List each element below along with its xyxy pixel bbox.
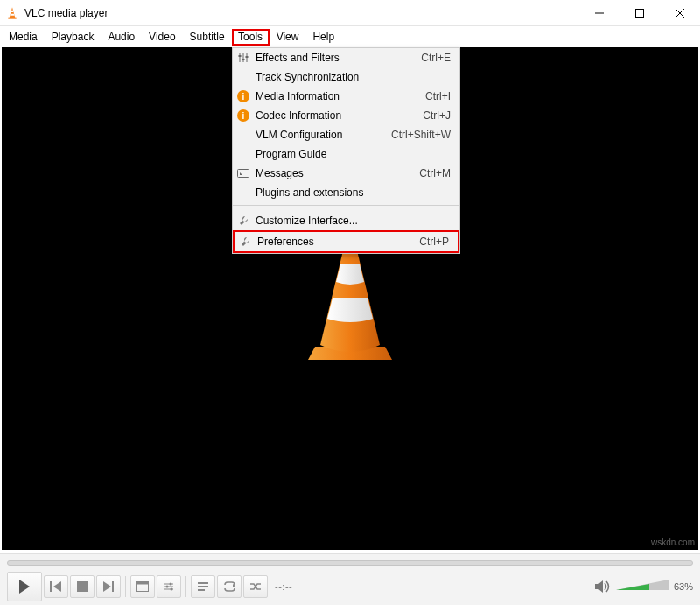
volume-icon[interactable] (595, 580, 611, 594)
svg-rect-22 (112, 581, 114, 592)
menu-audio[interactable]: Audio (101, 28, 142, 46)
shuffle-button[interactable] (243, 575, 268, 598)
menu-item-label: Media Information (254, 90, 425, 102)
svg-rect-13 (242, 59, 245, 60)
svg-marker-2 (10, 13, 14, 15)
messages-icon (233, 169, 254, 178)
prev-button[interactable] (44, 575, 68, 598)
menu-item-track-synchronization[interactable]: Track Synchronization (233, 67, 459, 87)
playlist-button[interactable] (191, 575, 215, 598)
wrench-icon (234, 236, 256, 248)
menu-item-program-guide[interactable]: Program Guide (233, 144, 459, 164)
svg-rect-15 (238, 170, 249, 178)
menu-item-shortcut: Ctrl+J (423, 109, 451, 122)
svg-marker-35 (595, 580, 603, 593)
svg-rect-5 (636, 9, 644, 17)
svg-rect-12 (239, 55, 242, 57)
menu-item-shortcut: Ctrl+P (419, 236, 449, 248)
menu-item-codec-information[interactable]: iCodec InformationCtrl+J (233, 106, 459, 125)
menu-tools[interactable]: Tools (232, 29, 270, 46)
info-icon: i (233, 109, 254, 122)
menu-playback[interactable]: Playback (45, 28, 102, 46)
menu-item-vlm-configuration[interactable]: VLM ConfigurationCtrl+Shift+W (233, 125, 459, 144)
seek-bar[interactable] (0, 554, 700, 570)
svg-rect-18 (50, 581, 52, 592)
svg-rect-20 (77, 581, 88, 592)
menu-separator (233, 205, 459, 211)
controls: --:-- 63% (0, 553, 700, 605)
window-title: VLC media player (24, 7, 579, 19)
menu-item-label: Customize Interface... (254, 215, 451, 227)
menu-item-customize-interface[interactable]: Customize Interface... (233, 211, 459, 230)
svg-marker-21 (103, 581, 111, 592)
svg-point-30 (171, 588, 173, 591)
menu-item-shortcut: Ctrl+Shift+W (391, 129, 451, 141)
loop-button[interactable] (217, 575, 242, 598)
menu-item-label: Program Guide (254, 148, 451, 160)
next-button[interactable] (96, 575, 121, 598)
minimize-button[interactable] (579, 0, 620, 26)
svg-marker-0 (10, 7, 16, 18)
svg-marker-16 (240, 172, 242, 175)
close-button[interactable] (660, 0, 700, 26)
svg-marker-1 (10, 10, 13, 11)
info-icon: i (233, 90, 254, 102)
menu-item-plugins-and-extensions[interactable]: Plugins and extensions (233, 183, 459, 202)
menu-item-label: Track Synchronization (254, 71, 451, 83)
menu-item-label: Codec Information (254, 109, 423, 122)
menu-item-shortcut: Ctrl+E (421, 52, 451, 64)
svg-point-29 (166, 586, 169, 588)
titlebar: VLC media player (0, 0, 700, 26)
menu-item-label: Messages (254, 167, 419, 179)
menu-item-messages[interactable]: MessagesCtrl+M (233, 164, 459, 183)
menu-item-effects-and-filters[interactable]: Effects and FiltersCtrl+E (233, 48, 459, 67)
fullscreen-button[interactable] (130, 575, 155, 598)
menu-item-label: Effects and Filters (254, 52, 421, 64)
menu-item-shortcut: Ctrl+M (419, 167, 451, 179)
watermark: wskdn.com (651, 538, 695, 547)
vlc-icon (5, 6, 19, 20)
volume-percent: 63% (674, 581, 693, 592)
menu-video[interactable]: Video (142, 28, 182, 46)
play-button[interactable] (7, 572, 42, 601)
menu-item-label: Plugins and extensions (254, 186, 451, 199)
menubar: MediaPlaybackAudioVideoSubtitleToolsView… (0, 26, 700, 47)
svg-marker-17 (19, 580, 30, 594)
menu-item-label: Preferences (256, 236, 419, 248)
menu-item-preferences[interactable]: PreferencesCtrl+P (233, 230, 459, 253)
stop-button[interactable] (70, 575, 94, 598)
menu-media[interactable]: Media (2, 28, 45, 46)
menu-view[interactable]: View (270, 28, 306, 46)
svg-rect-3 (8, 17, 16, 18)
svg-marker-19 (53, 581, 61, 592)
ext-settings-button[interactable] (157, 575, 181, 598)
menu-subtitle[interactable]: Subtitle (183, 28, 232, 46)
svg-rect-24 (137, 582, 149, 585)
wrench-icon (233, 215, 254, 227)
menu-item-label: VLM Configuration (254, 129, 391, 141)
volume-slider[interactable] (616, 583, 668, 590)
sliders-icon (233, 53, 254, 63)
svg-point-28 (170, 583, 172, 586)
tools-dropdown: Effects and FiltersCtrl+ETrack Synchroni… (232, 47, 460, 254)
svg-rect-14 (246, 56, 248, 58)
menu-item-media-information[interactable]: iMedia InformationCtrl+I (233, 87, 459, 106)
maximize-button[interactable] (620, 0, 660, 26)
menu-item-shortcut: Ctrl+I (425, 90, 451, 102)
menu-help[interactable]: Help (305, 28, 341, 46)
time-display: --:-- (270, 581, 298, 592)
